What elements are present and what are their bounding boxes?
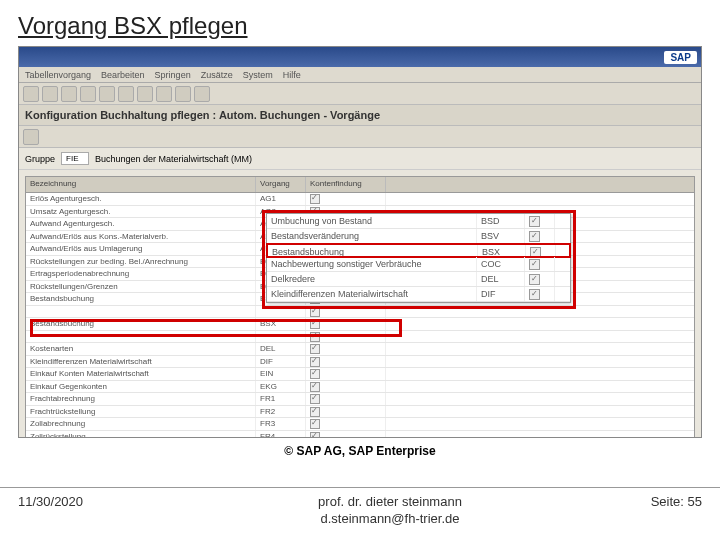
cell-name: Bestandsveränderung bbox=[267, 229, 477, 243]
group-text: Buchungen der Materialwirtschaft (MM) bbox=[95, 154, 252, 164]
footer-date: 11/30/2020 bbox=[18, 494, 158, 528]
menu-item[interactable]: Springen bbox=[155, 70, 191, 80]
cell-name: Nachbewertung sonstiger Verbräuche bbox=[267, 257, 477, 271]
table-row[interactable]: Einkauf Konten MaterialwirtschaftEIN bbox=[26, 368, 694, 381]
group-row: Gruppe FIE Buchungen der Materialwirtsch… bbox=[19, 148, 701, 170]
toolbar-icon[interactable] bbox=[156, 86, 172, 102]
cell-code: EIN bbox=[256, 368, 306, 380]
footer: 11/30/2020 prof. dr. dieter steinmann d.… bbox=[0, 487, 720, 528]
cell-code: DEL bbox=[477, 272, 525, 286]
cell-code: DIF bbox=[256, 356, 306, 368]
cell-check bbox=[306, 381, 386, 393]
menu-item[interactable]: Hilfe bbox=[283, 70, 301, 80]
cell-name: Umbuchung von Bestand bbox=[267, 214, 477, 228]
cell-check bbox=[525, 287, 555, 301]
col-header: Bezeichnung bbox=[26, 177, 256, 192]
cell-check bbox=[306, 418, 386, 430]
cell-check bbox=[306, 406, 386, 418]
cell-name: Kostenarten bbox=[26, 343, 256, 355]
checkbox-icon bbox=[529, 289, 540, 300]
cell-check bbox=[306, 393, 386, 405]
cell-name bbox=[26, 306, 256, 318]
sap-screenshot: SAP Tabellenvorgang Bearbeiten Springen … bbox=[18, 46, 702, 438]
cell-check bbox=[306, 343, 386, 355]
cell-code: FR2 bbox=[256, 406, 306, 418]
table-row[interactable]: ZollabrechnungFR3 bbox=[26, 418, 694, 431]
menu-item[interactable]: Tabellenvorgang bbox=[25, 70, 91, 80]
col-header: Kontenfindung bbox=[306, 177, 386, 192]
table-row[interactable]: KostenartenDEL bbox=[26, 343, 694, 356]
checkbox-icon bbox=[310, 407, 320, 417]
cell-check bbox=[306, 306, 386, 318]
sap-logo: SAP bbox=[664, 51, 697, 64]
toolbar-icon[interactable] bbox=[137, 86, 153, 102]
toolbar-icon[interactable] bbox=[99, 86, 115, 102]
cell-code bbox=[256, 331, 306, 343]
toolbar-icon[interactable] bbox=[175, 86, 191, 102]
cell-code: FR4 bbox=[256, 431, 306, 439]
checkbox-icon bbox=[310, 307, 320, 317]
cell-check bbox=[306, 331, 386, 343]
table-row[interactable] bbox=[26, 331, 694, 344]
cell-name: Erlös Agenturgesch. bbox=[26, 193, 256, 205]
table-row[interactable]: Einkauf GegenkontenEKG bbox=[26, 381, 694, 394]
cell-check bbox=[306, 318, 386, 330]
toolbar-icon[interactable] bbox=[61, 86, 77, 102]
copyright: © SAP AG, SAP Enterprise bbox=[18, 444, 702, 458]
toolbar-icon[interactable] bbox=[118, 86, 134, 102]
cell-name: Einkauf Gegenkonten bbox=[26, 381, 256, 393]
table-row[interactable]: FrachtrückstellungFR2 bbox=[26, 406, 694, 419]
footer-page: Seite: 55 bbox=[622, 494, 702, 528]
checkbox-icon bbox=[310, 382, 320, 392]
toolbar-icon[interactable] bbox=[80, 86, 96, 102]
footer-author: prof. dr. dieter steinmann bbox=[158, 494, 622, 511]
overlay-panel: Umbuchung von BestandBSDBestandsveränder… bbox=[266, 213, 571, 303]
checkbox-icon bbox=[529, 274, 540, 285]
cell-name: Rückstellungen/Grenzen bbox=[26, 281, 256, 293]
cell-name: Kleindifferenzen Materialwirtschaft bbox=[26, 356, 256, 368]
table-row[interactable]: ZollrückstellungFR4 bbox=[26, 431, 694, 439]
cell-name: Ertragsperiodenabrechnung bbox=[26, 268, 256, 280]
cell-name: Aufwand/Erlös aus Umlagerung bbox=[26, 243, 256, 255]
menu-item[interactable]: Zusätze bbox=[201, 70, 233, 80]
overlay-row[interactable]: BestandsbuchungBSX bbox=[266, 243, 571, 258]
toolbar-icon[interactable] bbox=[23, 129, 39, 145]
table-row[interactable] bbox=[26, 306, 694, 319]
cell-code: BSX bbox=[256, 318, 306, 330]
menu-item[interactable]: System bbox=[243, 70, 273, 80]
overlay-row[interactable]: Nachbewertung sonstiger VerbräucheCOC bbox=[267, 257, 570, 272]
checkbox-icon bbox=[529, 216, 540, 227]
footer-email: d.steinmann@fh-trier.de bbox=[158, 511, 622, 528]
cell-name: Zollabrechnung bbox=[26, 418, 256, 430]
cell-code: BSD bbox=[477, 214, 525, 228]
overlay-row[interactable]: Kleindifferenzen MaterialwirtschaftDIF bbox=[267, 287, 570, 302]
menu-item[interactable]: Bearbeiten bbox=[101, 70, 145, 80]
checkbox-icon bbox=[529, 259, 540, 270]
table-row[interactable]: Kleindifferenzen MaterialwirtschaftDIF bbox=[26, 356, 694, 369]
cell-name: Aufwand Agenturgesch. bbox=[26, 218, 256, 230]
overlay-row[interactable]: BestandsveränderungBSV bbox=[267, 229, 570, 244]
cell-check bbox=[306, 368, 386, 380]
toolbar-icon[interactable] bbox=[194, 86, 210, 102]
table-row[interactable]: Erlös Agenturgesch.AG1 bbox=[26, 193, 694, 206]
table-row[interactable]: FrachtabrechnungFR1 bbox=[26, 393, 694, 406]
checkbox-icon bbox=[310, 357, 320, 367]
transaction-heading: Konfiguration Buchhaltung pflegen : Auto… bbox=[19, 105, 701, 126]
cell-code: FR3 bbox=[256, 418, 306, 430]
cell-code: BSV bbox=[477, 229, 525, 243]
cell-check bbox=[526, 245, 556, 256]
slide-title: Vorgang BSX pflegen bbox=[18, 12, 702, 40]
toolbar-icon[interactable] bbox=[42, 86, 58, 102]
cell-name: Kleindifferenzen Materialwirtschaft bbox=[267, 287, 477, 301]
cell-check bbox=[525, 214, 555, 228]
toolbar-icon[interactable] bbox=[23, 86, 39, 102]
checkbox-icon bbox=[310, 319, 320, 329]
cell-name: Zollrückstellung bbox=[26, 431, 256, 439]
checkbox-icon bbox=[310, 394, 320, 404]
checkbox-icon bbox=[310, 332, 320, 342]
titlebar: SAP bbox=[19, 47, 701, 67]
overlay-row[interactable]: Umbuchung von BestandBSD bbox=[267, 214, 570, 229]
table-row[interactable]: BestandsbuchungBSX bbox=[26, 318, 694, 331]
overlay-row[interactable]: DelkredereDEL bbox=[267, 272, 570, 287]
cell-check bbox=[306, 431, 386, 439]
